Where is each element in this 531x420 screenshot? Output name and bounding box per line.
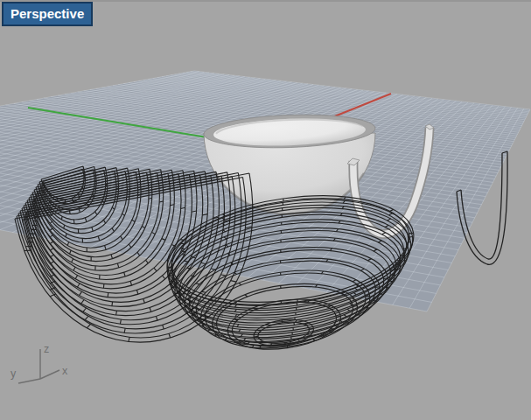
viewport: z y x Perspective (0, 0, 531, 420)
gizmo-x-label: x (62, 365, 68, 377)
view-tab[interactable]: Perspective (2, 2, 93, 26)
viewport-canvas[interactable]: z y x (0, 0, 531, 420)
gizmo-y-label: y (10, 368, 17, 380)
world-axes-gizmo: z y x (10, 343, 68, 383)
gizmo-z-label: z (44, 343, 49, 355)
